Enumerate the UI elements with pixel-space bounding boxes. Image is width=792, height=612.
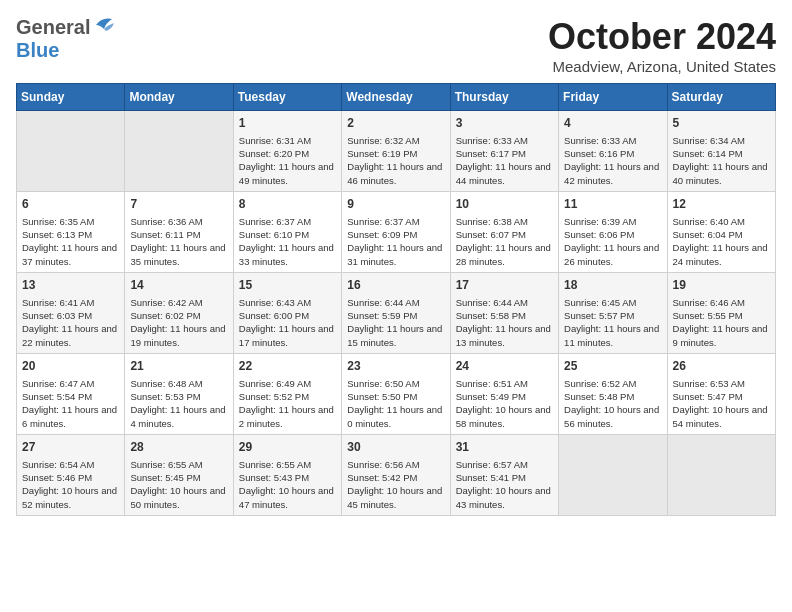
day-info: Sunrise: 6:45 AMSunset: 5:57 PMDaylight:… [564,296,661,349]
day-info: Sunrise: 6:39 AMSunset: 6:06 PMDaylight:… [564,215,661,268]
calendar-week-row: 6Sunrise: 6:35 AMSunset: 6:13 PMDaylight… [17,191,776,272]
day-info: Sunrise: 6:44 AMSunset: 5:58 PMDaylight:… [456,296,553,349]
page-header: General Blue October 2024 Meadview, Ariz… [16,16,776,75]
day-number: 30 [347,439,444,456]
col-monday: Monday [125,84,233,111]
col-wednesday: Wednesday [342,84,450,111]
calendar-cell: 15Sunrise: 6:43 AMSunset: 6:00 PMDayligh… [233,272,341,353]
day-info: Sunrise: 6:55 AMSunset: 5:45 PMDaylight:… [130,458,227,511]
title-section: October 2024 Meadview, Arizona, United S… [548,16,776,75]
calendar-cell: 28Sunrise: 6:55 AMSunset: 5:45 PMDayligh… [125,434,233,515]
day-number: 12 [673,196,770,213]
calendar-cell: 25Sunrise: 6:52 AMSunset: 5:48 PMDayligh… [559,353,667,434]
day-number: 16 [347,277,444,294]
day-info: Sunrise: 6:38 AMSunset: 6:07 PMDaylight:… [456,215,553,268]
day-number: 24 [456,358,553,375]
calendar-cell: 3Sunrise: 6:33 AMSunset: 6:17 PMDaylight… [450,111,558,192]
day-number: 13 [22,277,119,294]
calendar-cell: 11Sunrise: 6:39 AMSunset: 6:06 PMDayligh… [559,191,667,272]
logo: General Blue [16,16,118,62]
day-info: Sunrise: 6:42 AMSunset: 6:02 PMDaylight:… [130,296,227,349]
day-info: Sunrise: 6:37 AMSunset: 6:10 PMDaylight:… [239,215,336,268]
calendar-cell: 7Sunrise: 6:36 AMSunset: 6:11 PMDaylight… [125,191,233,272]
calendar-cell: 27Sunrise: 6:54 AMSunset: 5:46 PMDayligh… [17,434,125,515]
day-number: 21 [130,358,227,375]
day-number: 6 [22,196,119,213]
day-info: Sunrise: 6:49 AMSunset: 5:52 PMDaylight:… [239,377,336,430]
col-tuesday: Tuesday [233,84,341,111]
calendar-cell: 17Sunrise: 6:44 AMSunset: 5:58 PMDayligh… [450,272,558,353]
day-number: 8 [239,196,336,213]
day-info: Sunrise: 6:44 AMSunset: 5:59 PMDaylight:… [347,296,444,349]
calendar-week-row: 1Sunrise: 6:31 AMSunset: 6:20 PMDaylight… [17,111,776,192]
day-number: 23 [347,358,444,375]
day-info: Sunrise: 6:52 AMSunset: 5:48 PMDaylight:… [564,377,661,430]
day-number: 19 [673,277,770,294]
day-number: 29 [239,439,336,456]
calendar-week-row: 20Sunrise: 6:47 AMSunset: 5:54 PMDayligh… [17,353,776,434]
calendar-cell: 12Sunrise: 6:40 AMSunset: 6:04 PMDayligh… [667,191,775,272]
day-info: Sunrise: 6:35 AMSunset: 6:13 PMDaylight:… [22,215,119,268]
day-number: 18 [564,277,661,294]
day-info: Sunrise: 6:36 AMSunset: 6:11 PMDaylight:… [130,215,227,268]
calendar-cell: 5Sunrise: 6:34 AMSunset: 6:14 PMDaylight… [667,111,775,192]
calendar-cell: 6Sunrise: 6:35 AMSunset: 6:13 PMDaylight… [17,191,125,272]
logo-bird-icon [92,15,118,37]
day-number: 31 [456,439,553,456]
calendar-cell [17,111,125,192]
day-number: 2 [347,115,444,132]
calendar-cell: 31Sunrise: 6:57 AMSunset: 5:41 PMDayligh… [450,434,558,515]
day-number: 15 [239,277,336,294]
col-sunday: Sunday [17,84,125,111]
day-number: 17 [456,277,553,294]
location: Meadview, Arizona, United States [548,58,776,75]
day-number: 20 [22,358,119,375]
day-number: 25 [564,358,661,375]
day-number: 9 [347,196,444,213]
calendar-cell [559,434,667,515]
calendar-cell: 18Sunrise: 6:45 AMSunset: 5:57 PMDayligh… [559,272,667,353]
day-number: 5 [673,115,770,132]
month-title: October 2024 [548,16,776,58]
day-info: Sunrise: 6:54 AMSunset: 5:46 PMDaylight:… [22,458,119,511]
logo-general: General [16,16,90,39]
calendar-cell: 30Sunrise: 6:56 AMSunset: 5:42 PMDayligh… [342,434,450,515]
calendar-cell [667,434,775,515]
day-info: Sunrise: 6:37 AMSunset: 6:09 PMDaylight:… [347,215,444,268]
day-info: Sunrise: 6:43 AMSunset: 6:00 PMDaylight:… [239,296,336,349]
day-info: Sunrise: 6:53 AMSunset: 5:47 PMDaylight:… [673,377,770,430]
calendar-cell: 16Sunrise: 6:44 AMSunset: 5:59 PMDayligh… [342,272,450,353]
logo-blue: Blue [16,39,59,62]
calendar-cell: 22Sunrise: 6:49 AMSunset: 5:52 PMDayligh… [233,353,341,434]
day-number: 14 [130,277,227,294]
day-info: Sunrise: 6:56 AMSunset: 5:42 PMDaylight:… [347,458,444,511]
day-number: 11 [564,196,661,213]
day-number: 3 [456,115,553,132]
col-thursday: Thursday [450,84,558,111]
calendar-cell: 14Sunrise: 6:42 AMSunset: 6:02 PMDayligh… [125,272,233,353]
day-number: 26 [673,358,770,375]
col-saturday: Saturday [667,84,775,111]
calendar-week-row: 13Sunrise: 6:41 AMSunset: 6:03 PMDayligh… [17,272,776,353]
day-info: Sunrise: 6:40 AMSunset: 6:04 PMDaylight:… [673,215,770,268]
calendar-cell: 13Sunrise: 6:41 AMSunset: 6:03 PMDayligh… [17,272,125,353]
day-info: Sunrise: 6:47 AMSunset: 5:54 PMDaylight:… [22,377,119,430]
day-info: Sunrise: 6:32 AMSunset: 6:19 PMDaylight:… [347,134,444,187]
day-number: 22 [239,358,336,375]
day-info: Sunrise: 6:33 AMSunset: 6:17 PMDaylight:… [456,134,553,187]
calendar-cell [125,111,233,192]
day-info: Sunrise: 6:48 AMSunset: 5:53 PMDaylight:… [130,377,227,430]
day-info: Sunrise: 6:57 AMSunset: 5:41 PMDaylight:… [456,458,553,511]
col-friday: Friday [559,84,667,111]
day-info: Sunrise: 6:31 AMSunset: 6:20 PMDaylight:… [239,134,336,187]
day-info: Sunrise: 6:33 AMSunset: 6:16 PMDaylight:… [564,134,661,187]
calendar-cell: 29Sunrise: 6:55 AMSunset: 5:43 PMDayligh… [233,434,341,515]
calendar-cell: 2Sunrise: 6:32 AMSunset: 6:19 PMDaylight… [342,111,450,192]
calendar-cell: 10Sunrise: 6:38 AMSunset: 6:07 PMDayligh… [450,191,558,272]
day-info: Sunrise: 6:41 AMSunset: 6:03 PMDaylight:… [22,296,119,349]
day-info: Sunrise: 6:55 AMSunset: 5:43 PMDaylight:… [239,458,336,511]
day-number: 28 [130,439,227,456]
calendar-table: Sunday Monday Tuesday Wednesday Thursday… [16,83,776,516]
calendar-week-row: 27Sunrise: 6:54 AMSunset: 5:46 PMDayligh… [17,434,776,515]
calendar-cell: 23Sunrise: 6:50 AMSunset: 5:50 PMDayligh… [342,353,450,434]
